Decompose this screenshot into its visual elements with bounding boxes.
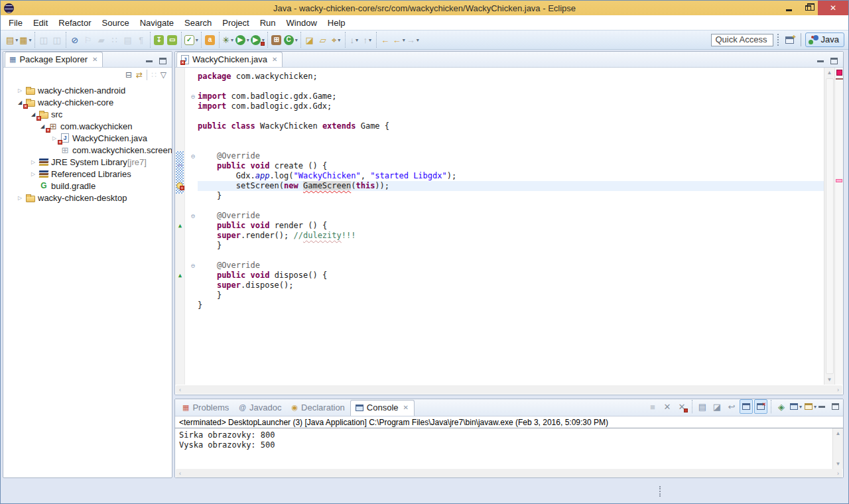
display-selected-console-button[interactable]: ▾ <box>789 399 803 414</box>
console-vertical-scrollbar[interactable]: ▲ ▼ <box>832 428 843 469</box>
new-java-package-button[interactable]: ⊞ <box>270 32 283 47</box>
link-with-editor-button[interactable]: ⇄ <box>136 70 143 80</box>
search-button[interactable]: ⌖▾ <box>330 32 343 47</box>
maximize-editor-button[interactable] <box>830 58 838 64</box>
view-menu-button[interactable]: ▽ <box>161 70 166 80</box>
java-perspective-button[interactable]: Java <box>805 32 844 47</box>
tree-item-com-wackychicken[interactable]: ◢⊞✕com.wackychicken <box>3 120 172 132</box>
quick-access-box[interactable]: Quick Access <box>711 34 773 46</box>
show-console-on-error-button[interactable]: ✕ <box>754 399 767 414</box>
new-class-button[interactable]: C▾ <box>283 32 298 47</box>
menu-refactor[interactable]: Refactor <box>53 17 96 29</box>
fold-minus-icon[interactable]: ⊖ <box>185 261 198 271</box>
scroll-up-icon[interactable]: ▲ <box>827 68 832 78</box>
skip-all-breakpoints-button[interactable]: ⊘ <box>68 32 82 47</box>
fold-minus-icon[interactable]: ⊖ <box>185 151 198 161</box>
overrides-triangle-icon[interactable]: ▲ <box>178 223 182 229</box>
tree-item-src[interactable]: ◢✕src <box>3 108 172 120</box>
minimize-view-button[interactable] <box>146 60 153 62</box>
dropdown-arrow-icon[interactable]: ▾ <box>814 404 816 410</box>
expand-arrow-icon[interactable]: ▷ <box>29 159 38 165</box>
fold-minus-icon[interactable]: ⊖ <box>185 92 198 101</box>
menu-run[interactable]: Run <box>255 17 281 29</box>
menu-edit[interactable]: Edit <box>28 17 53 29</box>
expand-arrow-icon[interactable]: ▷ <box>15 88 25 94</box>
overrides-triangle-icon[interactable]: ▲ <box>178 273 182 279</box>
new-java-project-button[interactable]: ▦▾ <box>19 32 32 47</box>
show-whitespace-button[interactable]: ¶ <box>135 32 148 47</box>
focus-on-active-task-button[interactable]: ∷ <box>151 70 157 80</box>
scroll-lock-button[interactable]: ◪ <box>710 399 724 414</box>
fold-minus-icon[interactable]: ⊖ <box>185 211 198 221</box>
package-explorer-tree[interactable]: ▷wacky-chicken-android◢✕wacky-chicken-co… <box>3 82 172 477</box>
console-output[interactable]: Sirka obrazovky: 800Vyska obrazovky: 500… <box>175 428 843 469</box>
error-summary-icon[interactable] <box>836 70 842 76</box>
menu-help[interactable]: Help <box>322 17 351 29</box>
dropdown-arrow-icon[interactable]: ▾ <box>799 404 802 410</box>
dropdown-arrow-icon[interactable]: ▾ <box>356 37 358 43</box>
run-check-button[interactable]: ✓▾ <box>184 32 199 47</box>
sort-members-button[interactable]: ∷ <box>108 32 121 47</box>
save-button[interactable]: ◫ <box>37 32 50 47</box>
menu-source[interactable]: Source <box>97 17 135 29</box>
tree-item-wacky-chicken-core[interactable]: ◢✕wacky-chicken-core <box>3 96 172 108</box>
show-source-of-element-button[interactable]: ▤ <box>121 32 135 47</box>
scroll-down-icon[interactable]: ▼ <box>836 459 841 469</box>
tab-close-icon[interactable]: ✕ <box>403 404 409 411</box>
scroll-up-icon[interactable]: ▲ <box>836 428 841 438</box>
tree-item-wacky-chicken-desktop[interactable]: ▷wacky-chicken-desktop <box>3 192 172 204</box>
save-all-button[interactable]: ◫ <box>50 32 64 47</box>
tab-close-icon[interactable]: ✕ <box>272 56 277 63</box>
scroll-down-icon[interactable]: ▼ <box>827 375 832 385</box>
back-button[interactable]: ←▾ <box>392 32 406 47</box>
next-annotation-button[interactable]: ↓▾ <box>348 32 361 47</box>
remove-all-terminated-button[interactable]: ✕ <box>675 399 688 414</box>
open-perspective-button[interactable] <box>783 32 797 47</box>
run-button[interactable]: ▶▾ <box>235 32 250 47</box>
dropdown-arrow-icon[interactable]: ▾ <box>369 37 371 43</box>
run-external-tools-button[interactable]: ▶▾ <box>250 32 265 47</box>
menu-navigate[interactable]: Navigate <box>135 17 179 29</box>
dropdown-arrow-icon[interactable]: ▾ <box>29 37 32 43</box>
open-resource-button[interactable]: ▱ <box>316 32 330 47</box>
dropdown-arrow-icon[interactable]: ▾ <box>231 37 233 43</box>
window-minimize-button[interactable] <box>779 1 799 15</box>
tab-problems[interactable]: ▦Problems <box>178 400 234 416</box>
scroll-left-icon[interactable]: ‹ <box>179 470 181 477</box>
minimize-console-button[interactable] <box>818 406 825 408</box>
minimize-editor-button[interactable] <box>817 60 824 62</box>
quickfix-error-icon[interactable]: ✕ <box>176 182 184 190</box>
tree-item-wackychicken-java[interactable]: ▷J✕WackyChicken.java <box>3 132 172 144</box>
debug-button[interactable]: ✳▾ <box>222 32 235 47</box>
window-restore-button[interactable] <box>799 1 818 15</box>
scroll-right-icon[interactable]: › <box>837 387 839 393</box>
menu-project[interactable]: Project <box>217 17 254 29</box>
clear-console-button[interactable]: ▤ <box>696 399 709 414</box>
scroll-left-icon[interactable]: ‹ <box>179 387 181 393</box>
dropdown-arrow-icon[interactable]: ▾ <box>15 37 18 43</box>
menu-file[interactable]: File <box>3 17 28 29</box>
tree-item-build-gradle[interactable]: Gbuild.gradle <box>3 180 172 192</box>
package-explorer-tab[interactable]: ▦ Package Explorer ✕ <box>5 52 103 67</box>
collapse-all-button[interactable]: ⊟ <box>125 70 132 80</box>
menu-window[interactable]: Window <box>281 17 322 29</box>
overview-ruler[interactable] <box>834 68 843 385</box>
tree-item-wacky-chicken-android[interactable]: ▷wacky-chicken-android <box>3 84 172 96</box>
previous-annotation-button[interactable]: ↑▾ <box>361 32 374 47</box>
console-horizontal-scrollbar[interactable]: ‹› <box>175 469 843 477</box>
dropdown-arrow-icon[interactable]: ▾ <box>417 37 419 43</box>
tree-item-com-wackychicken-screens[interactable]: ⊞com.wackychicken.screens <box>3 144 172 156</box>
maximize-console-button[interactable] <box>832 403 839 410</box>
last-edit-location-button[interactable]: ← <box>379 32 392 47</box>
terminate-button[interactable]: ■ <box>646 399 659 414</box>
new-android-app-button[interactable]: a <box>204 32 217 47</box>
dropdown-arrow-icon[interactable]: ▾ <box>338 37 340 43</box>
menu-search[interactable]: Search <box>179 17 217 29</box>
expand-arrow-icon[interactable]: ▷ <box>29 171 38 177</box>
dropdown-arrow-icon[interactable]: ▾ <box>196 37 198 43</box>
code-area[interactable]: package com.wackychicken;⊖import com.bad… <box>175 68 824 385</box>
editor-horizontal-scrollbar[interactable]: ‹› <box>175 385 843 395</box>
pin-editor-button[interactable]: ⚐ <box>82 32 95 47</box>
maximize-view-button[interactable] <box>159 58 166 64</box>
tab-declaration[interactable]: ◉Declaration <box>287 400 350 416</box>
